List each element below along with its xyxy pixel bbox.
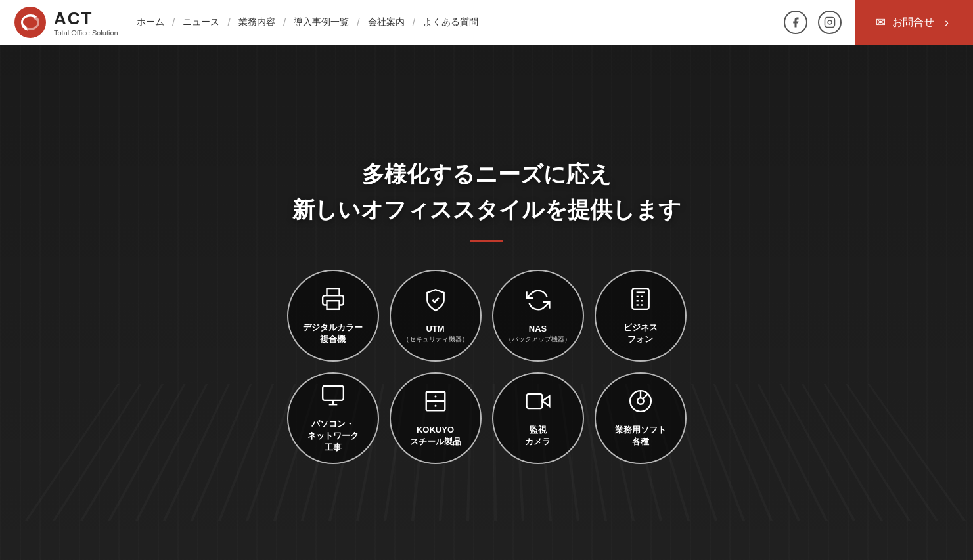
utm-label: UTM [426,323,444,335]
utm-icon [423,288,448,318]
nas-label: NAS [529,323,547,335]
service-bizphone[interactable]: ビジネスフォン [595,270,687,362]
software-icon [628,389,653,419]
contact-label: お問合せ [892,16,934,30]
svg-point-21 [434,404,436,406]
instagram-icon[interactable] [818,11,842,34]
service-utm[interactable]: UTM （セキュリティ機器） [390,270,482,362]
hero-content: 多様化するニーズに応え 新しいオフィススタイルを提供します デジタルカラー複合機 [0,45,973,560]
service-camera[interactable]: 監視カメラ [492,372,584,464]
header: ACT Total Office Solution ホーム / ニュース / 業… [0,0,973,45]
software-label: 業務用ソフト各種 [615,424,666,448]
logo-text: ACT Total Office Solution [54,9,118,37]
kokuyo-label: KOKUYOスチール製品 [410,424,461,448]
bizphone-icon [628,286,653,316]
facebook-icon[interactable] [784,11,807,34]
svg-rect-4 [632,288,648,309]
nav-home[interactable]: ホーム [131,16,170,28]
camera-icon [526,389,551,419]
pc-network-label: パソコン・ネットワーク工事 [307,418,359,454]
services-grid: デジタルカラー複合機 UTM （セキュリティ機器） [287,270,687,464]
logo: ACT Total Office Solution [0,5,131,39]
svg-point-20 [434,395,436,397]
service-nas[interactable]: NAS （バックアップ機器） [492,270,584,362]
svg-rect-3 [327,301,339,309]
service-software[interactable]: 業務用ソフト各種 [595,372,687,464]
nav-faq[interactable]: よくある質問 [418,16,484,28]
service-kokuyo[interactable]: KOKUYOスチール製品 [390,372,482,464]
multifunction-icon [321,286,346,316]
svg-rect-1 [825,18,835,28]
logo-sub-text: Total Office Solution [54,29,118,37]
camera-label: 監視カメラ [525,424,551,448]
pc-network-icon [321,383,346,413]
nas-sub: （バックアップ機器） [505,335,571,344]
svg-rect-15 [323,385,344,400]
logo-icon [13,5,47,39]
svg-point-0 [14,7,46,38]
hero-title-line2: 新しいオフィススタイルを提供します [292,192,681,227]
contact-button[interactable]: ✉ お問合せ › [855,0,973,45]
service-pc-network[interactable]: パソコン・ネットワーク工事 [287,372,379,464]
hero-title: 多様化するニーズに応え 新しいオフィススタイルを提供します [292,156,681,228]
hero-divider [470,240,503,242]
nav-about[interactable]: 会社案内 [363,16,410,28]
nav-news[interactable]: ニュース [177,16,225,28]
multifunction-label: デジタルカラー複合機 [303,322,363,345]
kokuyo-icon [423,389,448,419]
social-icons [771,11,855,34]
bizphone-label: ビジネスフォン [623,322,658,345]
logo-act-text: ACT [54,9,118,29]
chevron-icon: › [945,16,949,30]
main-nav: ホーム / ニュース / 業務内容 / 導入事例一覧 / 会社案内 / よくある… [131,16,771,28]
nav-cases[interactable]: 導入事例一覧 [288,16,354,28]
utm-sub: （セキュリティ機器） [403,335,468,344]
hero-section: 多様化するニーズに応え 新しいオフィススタイルを提供します デジタルカラー複合機 [0,45,973,560]
envelope-icon: ✉ [876,15,886,30]
nav-services[interactable]: 業務内容 [233,16,281,28]
hero-title-line1: 多様化するニーズに応え [292,156,681,192]
service-multifunction[interactable]: デジタルカラー複合機 [287,270,379,362]
nas-icon [526,288,551,318]
svg-rect-22 [526,394,542,408]
